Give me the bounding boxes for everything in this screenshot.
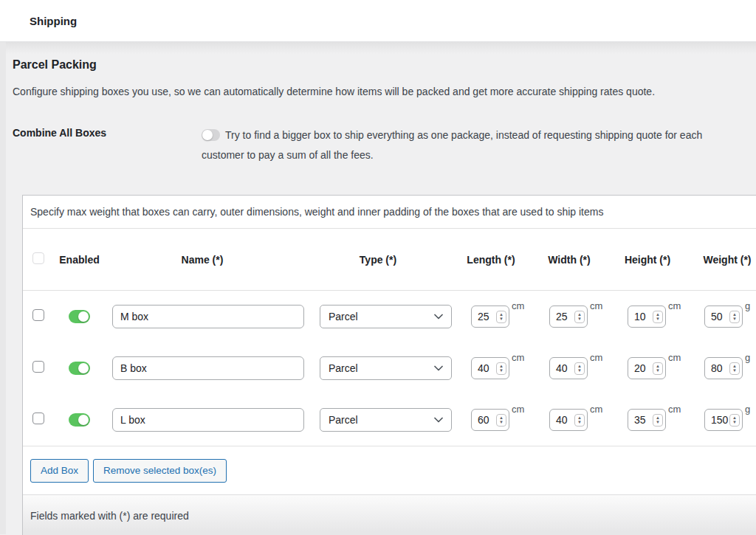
- stepper-icon[interactable]: ▲▼: [729, 362, 740, 375]
- enabled-toggle[interactable]: [69, 310, 90, 323]
- width-input[interactable]: 40▲▼: [549, 357, 588, 379]
- table-row: Parcel 60▲▼cm 40▲▼cm 35▲▼cm 150▲▼g: [23, 394, 756, 446]
- toggle-knob-icon: [78, 363, 89, 373]
- table-header-row: Enabled Name (*) Type (*) Length (*) Wid…: [23, 229, 756, 291]
- unit-label: cm: [590, 300, 602, 311]
- section-description: Configure shipping boxes you use, so we …: [13, 86, 756, 97]
- unit-label: cm: [590, 352, 602, 363]
- stepper-icon[interactable]: ▲▼: [496, 362, 506, 375]
- stepper-icon[interactable]: ▲▼: [729, 414, 740, 427]
- width-input[interactable]: 25▲▼: [549, 306, 588, 328]
- toggle-knob-icon: [78, 311, 89, 322]
- section-title: Parcel Packing: [13, 42, 756, 72]
- combine-all-boxes-description: Try to find a bigger box to ship everyth…: [202, 125, 756, 165]
- column-header-width: Width (*): [530, 254, 608, 266]
- width-input[interactable]: 40▲▼: [549, 409, 588, 431]
- settings-page: Parcel Packing Configure shipping boxes …: [0, 42, 756, 534]
- table-row: Parcel 25▲▼cm 25▲▼cm 10▲▼cm 50▲▼g: [23, 291, 756, 342]
- enabled-toggle[interactable]: [69, 413, 90, 427]
- column-header-enabled: Enabled: [58, 254, 100, 266]
- unit-label: cm: [512, 404, 524, 415]
- box-name-input[interactable]: [112, 305, 304, 328]
- table-row: Parcel 40▲▼cm 40▲▼cm 20▲▼cm 80▲▼g: [23, 342, 756, 394]
- unit-label: cm: [590, 404, 602, 415]
- table-caption: Specify max weight that boxes can carry,…: [23, 196, 756, 229]
- column-header-name: Name (*): [100, 254, 304, 266]
- stepper-icon[interactable]: ▲▼: [729, 311, 740, 323]
- toggle-knob-icon: [78, 415, 89, 425]
- row-select-checkbox[interactable]: [32, 361, 44, 373]
- row-select-checkbox[interactable]: [32, 413, 44, 424]
- length-input[interactable]: 60▲▼: [471, 409, 509, 431]
- chevron-down-icon: [434, 417, 443, 423]
- combine-desc-line1: Try to find a bigger box to ship everyth…: [202, 125, 756, 145]
- column-header-type: Type (*): [304, 254, 452, 266]
- select-all-checkbox[interactable]: [32, 252, 44, 264]
- table-actions-row: Add Box Remove selected box(es): [23, 446, 756, 494]
- length-input[interactable]: 40▲▼: [471, 357, 509, 379]
- combine-all-boxes-label: Combine All Boxes: [13, 125, 202, 165]
- remove-selected-boxes-button[interactable]: Remove selected box(es): [93, 459, 227, 483]
- box-type-select[interactable]: Parcel: [320, 305, 452, 328]
- combine-all-boxes-toggle[interactable]: [202, 129, 220, 141]
- weight-input[interactable]: 80▲▼: [704, 357, 743, 379]
- page-title: Shipping: [30, 15, 77, 27]
- unit-label: cm: [512, 352, 524, 363]
- unit-label: g: [745, 352, 750, 363]
- weight-input[interactable]: 150▲▼: [704, 409, 743, 431]
- box-type-select[interactable]: Parcel: [320, 356, 452, 380]
- combine-desc-line2: customer to pay a sum of all the fees.: [202, 145, 756, 165]
- height-input[interactable]: 20▲▼: [628, 357, 666, 379]
- stepper-icon[interactable]: ▲▼: [496, 311, 506, 323]
- column-header-height: Height (*): [608, 254, 687, 266]
- add-box-button[interactable]: Add Box: [30, 459, 89, 483]
- box-name-input[interactable]: [112, 408, 304, 432]
- unit-label: g: [745, 404, 750, 415]
- unit-label: g: [745, 300, 750, 311]
- column-header-length: Length (*): [452, 254, 530, 266]
- stepper-icon[interactable]: ▲▼: [574, 362, 585, 375]
- combine-all-boxes-row: Combine All Boxes Try to find a bigger b…: [13, 125, 756, 165]
- stepper-icon[interactable]: ▲▼: [496, 414, 506, 427]
- weight-input[interactable]: 50▲▼: [704, 306, 743, 328]
- box-type-select[interactable]: Parcel: [320, 408, 452, 432]
- length-input[interactable]: 25▲▼: [471, 306, 509, 328]
- stepper-icon[interactable]: ▲▼: [653, 311, 663, 323]
- stepper-icon[interactable]: ▲▼: [653, 414, 663, 427]
- box-name-input[interactable]: [112, 356, 304, 380]
- unit-label: cm: [668, 404, 681, 415]
- stepper-icon[interactable]: ▲▼: [574, 414, 585, 427]
- chevron-down-icon: [434, 314, 443, 320]
- toggle-knob-icon: [202, 130, 213, 140]
- unit-label: cm: [668, 300, 681, 311]
- height-input[interactable]: 10▲▼: [628, 306, 666, 328]
- top-bar: Shipping: [0, 0, 756, 42]
- parcel-boxes-table: Specify max weight that boxes can carry,…: [22, 195, 756, 535]
- enabled-toggle[interactable]: [69, 362, 90, 375]
- unit-label: cm: [668, 352, 681, 363]
- row-select-checkbox[interactable]: [32, 309, 44, 321]
- stepper-icon[interactable]: ▲▼: [574, 311, 585, 323]
- unit-label: cm: [512, 300, 524, 311]
- left-edge-strip: [0, 42, 6, 534]
- height-input[interactable]: 35▲▼: [628, 409, 666, 431]
- column-header-weight: Weight (*): [687, 254, 756, 266]
- stepper-icon[interactable]: ▲▼: [653, 362, 663, 375]
- chevron-down-icon: [434, 365, 443, 371]
- required-fields-note: Fields marked with (*) are required: [23, 494, 756, 535]
